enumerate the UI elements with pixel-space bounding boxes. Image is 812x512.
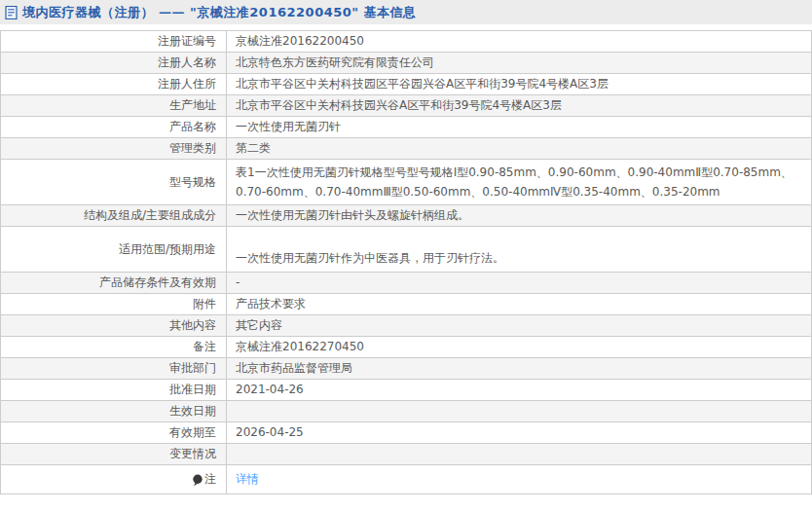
row-value <box>227 444 812 465</box>
table-row: 产品名称 一次性使用无菌刃针 <box>1 117 812 138</box>
document-icon <box>5 6 18 19</box>
row-label: 变更情况 <box>1 444 227 465</box>
row-value: 北京特色东方医药研究院有限责任公司 <box>227 53 812 74</box>
row-value: 京械注准20162200450 <box>227 31 812 53</box>
row-value: 其它内容 <box>227 315 812 337</box>
table-row: 产品储存条件及有效期 - <box>1 273 812 294</box>
table-row: 注册证编号 京械注准20162200450 <box>1 31 812 53</box>
page-title: 境内医疗器械（注册） —— "京械注准20162200450" 基本信息 <box>22 4 417 21</box>
row-label: 备注 <box>1 337 227 358</box>
row-value: 京械注准20162270450 <box>227 337 812 358</box>
row-label: 适用范围/预期用途 <box>1 227 227 273</box>
row-value: 一次性使用无菌刃针由针头及螺旋针柄组成。 <box>227 205 812 227</box>
row-value: 2026-04-25 <box>227 422 812 444</box>
table-row: 批准日期 2021-04-26 <box>1 380 812 401</box>
row-label: 型号规格 <box>1 160 227 205</box>
row-value: 产品技术要求 <box>227 294 812 315</box>
table-row: 变更情况 <box>1 444 812 465</box>
row-label: 注册证编号 <box>1 31 227 53</box>
row-value: 北京市平谷区中关村科技园区平谷园兴谷A区平和街39号院4号楼A区3层 <box>227 74 812 95</box>
table-row: 附件 产品技术要求 <box>1 294 812 315</box>
detail-link[interactable]: 详情 <box>236 472 259 486</box>
header-bar: 境内医疗器械（注册） —— "京械注准20162200450" 基本信息 <box>0 0 812 24</box>
row-label: 产品名称 <box>1 117 227 138</box>
table-row: 审批部门 北京市药品监督管理局 <box>1 358 812 380</box>
table-row: 注册人住所 北京市平谷区中关村科技园区平谷园兴谷A区平和街39号院4号楼A区3层 <box>1 74 812 95</box>
row-label: 生效日期 <box>1 401 227 422</box>
table-row: 注册人名称 北京特色东方医药研究院有限责任公司 <box>1 53 812 74</box>
row-label: 注册人名称 <box>1 53 227 74</box>
table-row: 注 详情 <box>1 465 812 494</box>
row-label: 生产地址 <box>1 95 227 117</box>
table-row: 管理类别 第二类 <box>1 138 812 160</box>
row-label: 注册人住所 <box>1 74 227 95</box>
row-value: 第二类 <box>227 138 812 160</box>
row-value <box>227 401 812 422</box>
row-value: 详情 <box>227 465 812 494</box>
registration-info-table: 注册证编号 京械注准20162200450 注册人名称 北京特色东方医药研究院有… <box>0 30 812 494</box>
note-label-text: 注 <box>204 471 216 488</box>
table-row: 结构及组成/主要组成成分 一次性使用无菌刃针由针头及螺旋针柄组成。 <box>1 205 812 227</box>
row-label: 结构及组成/主要组成成分 <box>1 205 227 227</box>
row-label: 有效期至 <box>1 422 227 444</box>
table-row: 型号规格 表1一次性使用无菌刃针规格型号型号规格Ⅰ型0.90-85mm、0.90… <box>1 160 812 205</box>
row-label: 产品储存条件及有效期 <box>1 273 227 294</box>
row-value: 一次性使用无菌刃针 <box>227 117 812 138</box>
row-value: 北京市药品监督管理局 <box>227 358 812 380</box>
comment-bubble-icon <box>192 474 203 487</box>
table-row: 生效日期 <box>1 401 812 422</box>
row-label: 审批部门 <box>1 358 227 380</box>
row-value: 表1一次性使用无菌刃针规格型号型号规格Ⅰ型0.90-85mm、0.90-60mm… <box>227 160 812 205</box>
row-value: 北京市平谷区中关村科技园兴谷A区平和街39号院4号楼A区3层 <box>227 95 812 117</box>
row-label: 批准日期 <box>1 380 227 401</box>
table-row: 有效期至 2026-04-25 <box>1 422 812 444</box>
row-label: 注 <box>1 465 227 494</box>
table-row: 备注 京械注准20162270450 <box>1 337 812 358</box>
row-value: 一次性使用无菌刃针作为中医器具，用于刃针疗法。 <box>227 227 812 273</box>
row-label: 附件 <box>1 294 227 315</box>
table-row: 生产地址 北京市平谷区中关村科技园兴谷A区平和街39号院4号楼A区3层 <box>1 95 812 117</box>
row-value: - <box>227 273 812 294</box>
row-value: 2021-04-26 <box>227 380 812 401</box>
table-row: 适用范围/预期用途 一次性使用无菌刃针作为中医器具，用于刃针疗法。 <box>1 227 812 273</box>
row-label: 管理类别 <box>1 138 227 160</box>
row-label: 其他内容 <box>1 315 227 337</box>
table-row: 其他内容 其它内容 <box>1 315 812 337</box>
